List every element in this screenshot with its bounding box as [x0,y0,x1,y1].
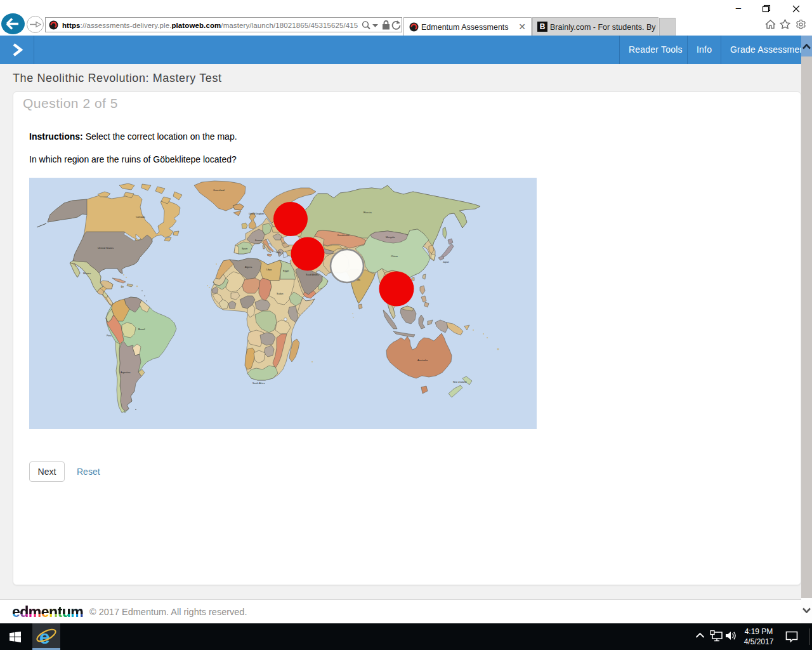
svg-text:France: France [255,239,262,242]
svg-text:Peru: Peru [107,335,112,337]
svg-text:Argentina: Argentina [121,371,130,374]
svg-text:Russia: Russia [363,211,372,214]
svg-text:Libya: Libya [266,269,272,271]
svg-text:Saudi Arabia: Saudi Arabia [306,274,318,276]
svg-text:Australia: Australia [417,359,428,362]
svg-text:Canada: Canada [136,215,145,218]
svg-text:Italy: Italy [277,251,281,254]
svg-text:United Kingdom: United Kingdom [249,213,264,215]
svg-text:Sudan: Sudan [277,293,283,295]
svg-text:Brazil: Brazil [138,328,145,331]
svg-text:China: China [391,255,398,258]
svg-text:Spain: Spain [242,248,247,250]
svg-text:Mongolia: Mongolia [386,236,395,239]
svg-text:Algeria: Algeria [245,266,252,269]
svg-text:Egypt: Egypt [283,270,289,272]
svg-text:Greenland: Greenland [213,189,225,192]
svg-text:Japan: Japan [443,261,449,263]
svg-text:South Africa: South Africa [252,382,265,385]
svg-text:Mexico: Mexico [83,272,91,275]
svg-text:United States: United States [98,246,114,249]
svg-text:Kazakhstan: Kazakhstan [337,234,350,237]
svg-text:New Zealand: New Zealand [453,381,466,383]
